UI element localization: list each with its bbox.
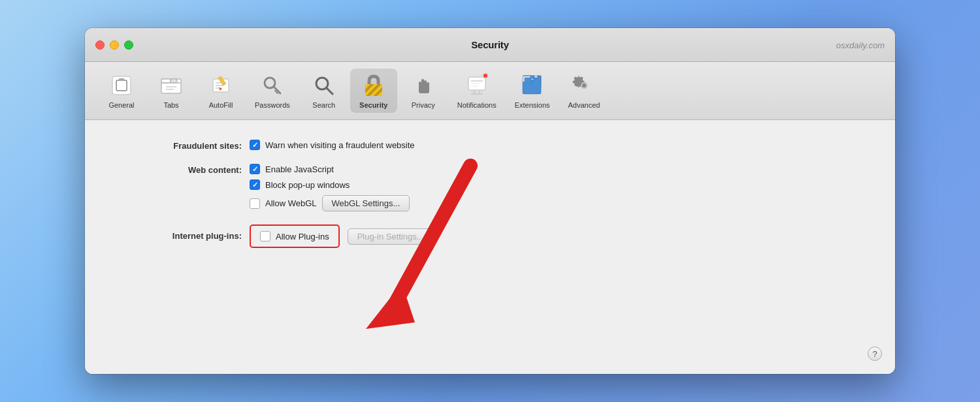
window-title: Security [471,39,509,50]
toolbar-item-tabs[interactable]: Tabs [148,69,195,113]
toolbar-item-notifications[interactable]: Notifications [449,69,504,113]
maximize-button[interactable] [124,40,133,50]
toolbar-item-extensions[interactable]: Extensions [507,69,558,113]
privacy-icon [410,72,436,99]
internet-plugins-label: Internet plug-ins: [111,224,242,241]
general-icon [108,72,135,99]
privacy-label: Privacy [412,101,435,109]
content-area: Fraudulent sites: Warn when visiting a f… [85,120,895,374]
allow-webgl-label: Allow WebGL [265,198,317,208]
warn-fraudulent-label: Warn when visiting a fraudulent website [265,140,415,150]
advanced-label: Advanced [568,101,600,109]
block-popup-checkbox[interactable] [250,179,260,190]
svg-rect-4 [161,79,171,83]
allow-webgl-checkbox[interactable] [250,198,260,209]
internet-plugins-row: Internet plug-ins: Allow Plug-ins Plug-i… [111,224,869,248]
toolbar-item-autofill[interactable]: AutoFill [197,69,244,113]
toolbar-item-general[interactable]: General [98,69,145,113]
svg-rect-2 [119,78,124,81]
passwords-icon [259,72,286,99]
security-label: Security [359,101,387,109]
web-content-row: Web content: Enable JavaScript Block pop… [111,164,869,211]
toolbar: General Tabs [85,62,895,120]
svg-line-19 [327,88,333,94]
autofill-label: AutoFill [209,101,233,109]
fraudulent-sites-row: Fraudulent sites: Warn when visiting a f… [111,140,869,151]
advanced-icon [571,72,597,99]
minimize-button[interactable] [110,40,119,50]
notifications-label: Notifications [457,101,497,109]
enable-js-label: Enable JavaScript [265,164,334,174]
webgl-settings-button[interactable]: WebGL Settings... [322,195,410,211]
svg-rect-21 [365,84,382,96]
extensions-label: Extensions [515,101,550,109]
svg-point-38 [582,84,586,87]
notification-badge [482,72,489,79]
search-label: Search [312,101,335,109]
allow-plugins-label: Allow Plug-ins [276,232,329,241]
fraudulent-sites-controls: Warn when visiting a fraudulent website [250,140,415,150]
autofill-icon [208,72,234,99]
toolbar-item-advanced[interactable]: Advanced [561,69,608,113]
tabs-icon [158,72,184,99]
extensions-icon [519,72,546,99]
toolbar-item-privacy[interactable]: Privacy [400,69,447,113]
svg-rect-27 [419,89,429,93]
allow-webgl-row: Allow WebGL WebGL Settings... [250,195,410,211]
traffic-lights [95,40,133,50]
safari-preferences-window: Security osxdaily.com General [85,28,895,374]
security-icon [361,72,387,99]
internet-plugins-controls: Allow Plug-ins Plug-in Settings... [250,224,434,248]
web-content-label: Web content: [111,164,242,175]
watermark: osxdaily.com [836,40,885,50]
help-button[interactable]: ? [868,347,882,361]
block-popup-row: Block pop-up windows [250,179,410,190]
enable-js-checkbox[interactable] [250,164,260,174]
plugin-settings-button[interactable]: Plug-in Settings... [348,228,434,245]
notifications-icon [464,72,490,99]
search-icon [311,72,337,99]
passwords-label: Passwords [255,101,290,109]
toolbar-item-search[interactable]: Search [301,69,348,113]
svg-marker-41 [366,283,415,329]
warn-fraudulent-checkbox[interactable] [250,140,260,150]
block-popup-label: Block pop-up windows [265,180,350,190]
enable-js-row: Enable JavaScript [250,164,410,174]
web-content-controls: Enable JavaScript Block pop-up windows A… [250,164,410,211]
close-button[interactable] [95,40,105,50]
toolbar-item-security[interactable]: Security [350,69,397,113]
svg-rect-5 [171,79,177,83]
plugin-highlight-box: Allow Plug-ins [250,224,340,248]
titlebar: Security osxdaily.com [85,28,895,62]
allow-plugins-checkbox[interactable] [260,231,270,241]
general-label: General [108,101,134,109]
tabs-label: Tabs [163,101,178,109]
fraudulent-sites-label: Fraudulent sites: [111,140,242,151]
toolbar-item-passwords[interactable]: Passwords [247,69,298,113]
warn-fraudulent-row: Warn when visiting a fraudulent website [250,140,415,150]
